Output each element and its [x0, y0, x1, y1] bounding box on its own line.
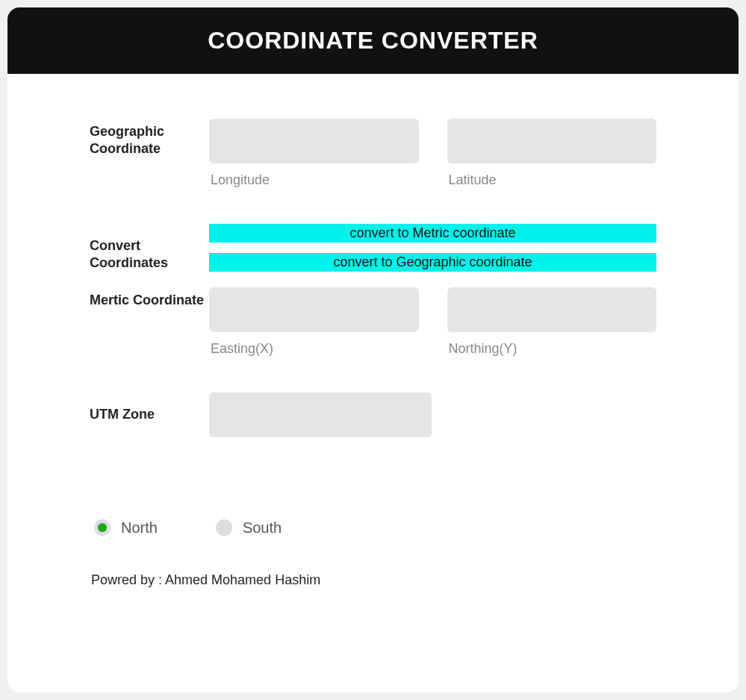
south-radio — [216, 519, 232, 536]
geographic-label: Geographic Coordinate — [90, 123, 209, 158]
convert-to-metric-button[interactable]: convert to Metric coordinate — [209, 224, 656, 243]
latitude-sublabel: Latitude — [449, 172, 657, 188]
metric-fields: Easting(X) Northing(Y) — [209, 287, 656, 357]
south-radio-label: South — [243, 519, 282, 537]
longitude-sublabel: Longitude — [211, 172, 419, 188]
app-card: COORDINATE CONVERTER Geographic Coordina… — [7, 7, 739, 693]
utm-row: UTM Zone — [90, 393, 656, 437]
geographic-row: Geographic Coordinate Longitude Latitude — [90, 119, 656, 188]
utm-fields — [209, 393, 656, 437]
north-radio-item[interactable]: North — [94, 519, 158, 537]
geographic-label-col: Geographic Coordinate — [90, 119, 209, 158]
convert-label: Convert Coordinates — [90, 237, 209, 272]
latitude-field-wrap: Latitude — [447, 119, 657, 188]
page-title: COORDINATE CONVERTER — [7, 27, 739, 54]
radio-dot-icon — [220, 523, 229, 532]
utm-zone-input[interactable] — [209, 393, 432, 437]
longitude-input[interactable] — [209, 119, 419, 163]
radio-dot-icon — [98, 523, 107, 532]
header-bar: COORDINATE CONVERTER — [7, 7, 739, 74]
convert-to-geographic-button[interactable]: convert to Geographic coordinate — [209, 253, 656, 272]
convert-buttons: convert to Metric coordinate convert to … — [209, 224, 656, 272]
powered-by-text: Powred by : Ahmed Mohamed Hashim — [91, 572, 656, 588]
metric-row: Mertic Coordinate Easting(X) Northing(Y) — [90, 287, 656, 357]
latitude-input[interactable] — [447, 119, 657, 163]
northing-input[interactable] — [447, 287, 657, 332]
northing-field-wrap: Northing(Y) — [447, 287, 657, 357]
easting-field-wrap: Easting(X) — [209, 287, 419, 357]
content-area: Geographic Coordinate Longitude Latitude… — [7, 74, 739, 618]
utm-label-col: UTM Zone — [90, 393, 209, 423]
northing-sublabel: Northing(Y) — [449, 341, 657, 357]
longitude-field-wrap: Longitude — [209, 119, 419, 188]
utm-field-wrap — [209, 393, 432, 437]
metric-label-col: Mertic Coordinate — [90, 287, 209, 309]
north-radio-label: North — [121, 519, 158, 537]
north-radio — [94, 519, 111, 536]
hemisphere-radio-group: North South — [94, 519, 656, 537]
easting-sublabel: Easting(X) — [211, 341, 419, 357]
convert-label-col: Convert Coordinates — [90, 224, 209, 272]
convert-row: Convert Coordinates convert to Metric co… — [90, 224, 656, 272]
metric-label: Mertic Coordinate — [90, 292, 209, 309]
south-radio-item[interactable]: South — [216, 519, 282, 537]
utm-label: UTM Zone — [90, 406, 209, 423]
easting-input[interactable] — [209, 287, 419, 332]
geographic-fields: Longitude Latitude — [209, 119, 656, 188]
